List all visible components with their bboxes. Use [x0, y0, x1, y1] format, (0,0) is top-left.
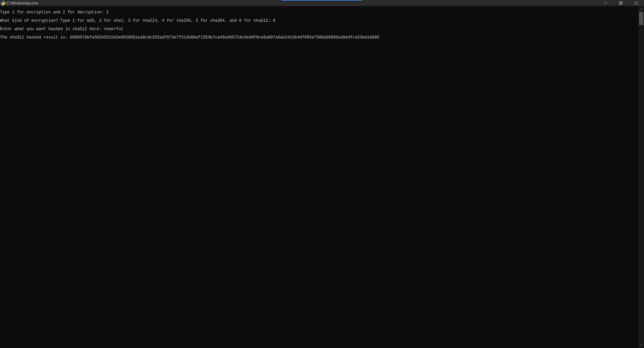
minimize-button[interactable] [598, 0, 613, 6]
vertical-scrollbar[interactable] [638, 6, 644, 348]
terminal-line: Enter what you want hashed in sha512 her… [0, 27, 638, 31]
svg-marker-6 [640, 345, 642, 346]
python-icon [1, 1, 5, 5]
scroll-down-arrow-icon[interactable] [638, 342, 644, 348]
titlebar-left: C:\Windows\py.exe [0, 1, 38, 5]
scroll-thumb[interactable] [639, 12, 643, 25]
terminal-line: What kind of encryption? Type 1 for md5,… [0, 19, 638, 23]
terminal-line: Type 1 for encryption and 2 for decrypti… [0, 10, 638, 15]
window-controls [598, 0, 644, 6]
scroll-up-arrow-icon[interactable] [638, 6, 644, 12]
terminal-output[interactable]: Type 1 for encryption and 2 for decrypti… [0, 6, 638, 348]
terminal-line: The sha512 hashed result is: 0990676bfe3… [0, 36, 638, 40]
maximize-button[interactable] [613, 0, 629, 6]
svg-marker-5 [640, 8, 642, 10]
titlebar-accent [282, 0, 362, 1]
content-area: Type 1 for encryption and 2 for decrypti… [0, 6, 644, 348]
scroll-track[interactable] [638, 12, 644, 342]
window-titlebar[interactable]: C:\Windows\py.exe [0, 0, 644, 6]
svg-rect-1 [620, 1, 622, 4]
svg-rect-2 [619, 2, 622, 4]
close-button[interactable] [629, 0, 644, 6]
window-title: C:\Windows\py.exe [7, 1, 38, 5]
